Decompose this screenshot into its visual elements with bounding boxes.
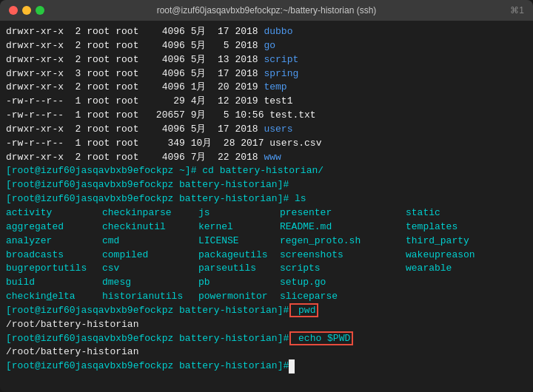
- titlebar: root@izuf60jasqavbxb9efockpz:~/battery-h…: [0, 0, 533, 21]
- ls-item: build: [6, 276, 102, 290]
- ls-item: compiled: [102, 249, 198, 263]
- ls-item: wakeupreason: [406, 249, 495, 263]
- file-row-dubbo: drwxr-xr-x 2 root root 4096 5月 17 2018 d…: [6, 25, 527, 39]
- file-row-go: drwxr-xr-x 2 root root 4096 5月 5 2018 go: [6, 39, 527, 53]
- ls-item: cmd: [102, 234, 198, 249]
- ls-item: static: [406, 206, 495, 220]
- pwd-result: /root/battery-historian: [6, 318, 527, 332]
- minimize-button[interactable]: [22, 6, 31, 15]
- prompt-after-cd: [root@izuf60jasqavbxb9efockpz battery-hi…: [6, 178, 527, 192]
- file-row-userscsv: -rw-r--r-- 1 root root 349 10月 28 2017 u…: [6, 137, 527, 151]
- ls-item: powermonitor: [198, 290, 280, 304]
- file-row-testtxt: -rw-r--r-- 1 root root 20657 9月 5 10:56 …: [6, 109, 527, 123]
- echo-command-line: [root@izuf60jasqavbxb9efockpz battery-hi…: [6, 332, 527, 346]
- ls-item: [406, 276, 495, 290]
- ls-output: activity checkinparse js presenter stati…: [6, 206, 527, 304]
- ls-item: analyzer: [6, 234, 102, 249]
- ls-item: historianutils: [102, 290, 198, 304]
- file-row-users: drwxr-xr-x 2 root root 4096 5月 17 2018 u…: [6, 123, 527, 137]
- file-row-script: drwxr-xr-x 2 root root 4096 5月 13 2018 s…: [6, 53, 527, 67]
- ls-item: templates: [406, 220, 495, 234]
- ls-item: js: [198, 206, 280, 220]
- ls-item: LICENSE: [198, 234, 280, 249]
- ls-item: sliceparse: [280, 290, 406, 304]
- maximize-button[interactable]: [36, 6, 44, 15]
- ls-item: third_party: [406, 234, 495, 249]
- terminal-window: root@izuf60jasqavbxb9efockpz:~/battery-h…: [0, 0, 533, 392]
- ls-item: pb: [198, 276, 280, 290]
- ls-item: README.md: [280, 220, 406, 234]
- ls-item: checkindelta: [6, 290, 102, 304]
- close-button[interactable]: [9, 6, 18, 15]
- ls-item: dmesg: [102, 276, 198, 290]
- ls-item: checkinparse: [102, 206, 198, 220]
- file-row-www: drwxr-xr-x 2 root root 4096 7月 22 2018 w…: [6, 151, 527, 165]
- ls-item: presenter: [280, 206, 406, 220]
- pwd-command-line: [root@izuf60jasqavbxb9efockpz battery-hi…: [6, 304, 527, 318]
- ls-command-line: [root@izuf60jasqavbxb9efockpz battery-hi…: [6, 192, 527, 206]
- ls-item: bugreportutils: [6, 262, 102, 276]
- ls-item: broadcasts: [6, 249, 102, 263]
- ls-item: parseutils: [198, 262, 280, 276]
- ls-item: scripts: [280, 262, 406, 276]
- ls-item: checkinutil: [102, 220, 198, 234]
- shortcut-label: ⌘1: [510, 5, 524, 16]
- ls-item: wearable: [406, 262, 495, 276]
- echo-result: /root/battery-historian: [6, 345, 527, 359]
- final-prompt: [root@izuf60jasqavbxb9efockpz battery-hi…: [6, 359, 527, 374]
- file-row-test1: -rw-r--r-- 1 root root 29 4月 12 2019 tes…: [6, 95, 527, 109]
- file-row-temp: drwxr-xr-x 2 root root 4096 1月 20 2019 t…: [6, 81, 527, 95]
- file-row-spring: drwxr-xr-x 3 root root 4096 5月 17 2018 s…: [6, 67, 527, 81]
- ls-item: screenshots: [280, 249, 406, 263]
- ls-item: csv: [102, 262, 198, 276]
- echo-boxed: echo $PWD: [289, 331, 353, 345]
- terminal-body[interactable]: drwxr-xr-x 2 root root 4096 5月 17 2018 d…: [0, 21, 533, 392]
- cd-command-line: [root@izuf60jasqavbxb9efockpz ~]# cd bat…: [6, 164, 527, 178]
- window-title: root@izuf60jasqavbxb9efockpz:~/battery-h…: [157, 5, 377, 16]
- ls-item: kernel: [198, 220, 280, 234]
- ls-item: activity: [6, 206, 102, 220]
- pwd-boxed: pwd: [289, 303, 318, 317]
- ls-item: [406, 290, 495, 304]
- ls-item: regen_proto.sh: [280, 234, 406, 249]
- ls-item: packageutils: [198, 249, 280, 263]
- ls-item: setup.go: [280, 276, 406, 290]
- ls-item: aggregated: [6, 220, 102, 234]
- traffic-lights: [9, 6, 44, 15]
